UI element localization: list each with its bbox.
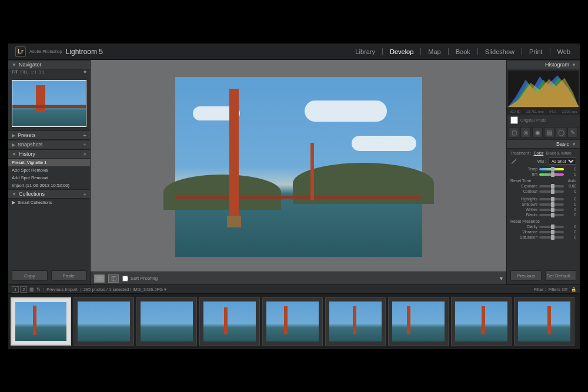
- shadows-value[interactable]: 0: [566, 202, 576, 206]
- paste-button[interactable]: Paste: [51, 270, 87, 281]
- filmstrip-thumb[interactable]: [451, 297, 512, 346]
- add-icon[interactable]: +: [83, 142, 86, 148]
- wb-row: WB : As Shot: [510, 158, 576, 165]
- vibrance-value[interactable]: 0: [566, 230, 576, 234]
- filmstrip[interactable]: [8, 294, 580, 349]
- loupe-view-button[interactable]: ▭: [94, 274, 105, 283]
- exposure-slider[interactable]: [539, 185, 564, 187]
- clarity-value[interactable]: 0: [566, 225, 576, 229]
- clarity-slider[interactable]: [539, 226, 564, 228]
- shadows-slider[interactable]: [539, 203, 564, 206]
- before-after-button[interactable]: ◫: [108, 274, 119, 283]
- add-icon[interactable]: +: [83, 132, 86, 139]
- whites-value[interactable]: 0: [566, 207, 576, 212]
- original-photo-toggle[interactable]: Original Photo: [507, 115, 580, 125]
- copy-button[interactable]: Copy: [12, 270, 48, 281]
- history-item[interactable]: Import (11-06-2013 10:52:00): [8, 182, 90, 189]
- basic-header[interactable]: Basic ▼: [507, 139, 580, 149]
- brush-tool[interactable]: ✎: [567, 127, 578, 138]
- presets-header[interactable]: ▶ Presets +: [8, 130, 90, 140]
- source-label[interactable]: Previous Import: [46, 287, 78, 292]
- contrast-value[interactable]: 0: [566, 189, 576, 193]
- add-icon[interactable]: +: [83, 191, 86, 197]
- histogram-display[interactable]: [508, 71, 579, 107]
- zoom-fill[interactable]: FILL: [21, 70, 29, 74]
- exposure-value[interactable]: 0.00: [566, 184, 576, 188]
- soft-proofing-toggle[interactable]: Soft Proofing: [122, 276, 158, 282]
- history-header[interactable]: ▼ History ×: [8, 149, 90, 159]
- lock-icon[interactable]: 🔒: [571, 287, 576, 292]
- blacks-slider[interactable]: [539, 214, 564, 216]
- reset-tone-button[interactable]: Reset Tone: [510, 179, 531, 183]
- dropdown-icon[interactable]: ▾: [164, 287, 166, 292]
- view-mode-1[interactable]: 1: [12, 286, 19, 293]
- navigator-preview[interactable]: [8, 76, 90, 130]
- filmstrip-thumb[interactable]: [136, 297, 197, 346]
- reset-presence-button[interactable]: Reset Presence: [510, 219, 540, 223]
- set-default-button[interactable]: Set Default…: [545, 270, 576, 281]
- module-book[interactable]: Book: [453, 47, 473, 56]
- module-web[interactable]: Web: [555, 47, 573, 56]
- radial-tool[interactable]: ◯: [556, 127, 566, 138]
- snapshots-header[interactable]: ▶ Snapshots +: [8, 140, 90, 149]
- saturation-value[interactable]: 0: [566, 235, 576, 239]
- grid-icon[interactable]: ▦: [29, 287, 34, 292]
- module-develop[interactable]: Develop: [387, 47, 416, 56]
- navigator-thumbnail[interactable]: [12, 80, 86, 127]
- redeye-tool[interactable]: ◉: [532, 127, 543, 138]
- wb-select[interactable]: As Shot: [549, 158, 576, 165]
- filmstrip-thumb[interactable]: [514, 297, 574, 346]
- eyedropper-icon[interactable]: [510, 158, 517, 165]
- tint-slider[interactable]: [539, 173, 564, 176]
- spot-tool[interactable]: ◎: [520, 127, 531, 138]
- soft-proofing-checkbox[interactable]: [122, 276, 128, 282]
- filmstrip-thumb[interactable]: [11, 297, 71, 346]
- zoom-fit[interactable]: FIT: [12, 70, 18, 74]
- blacks-value[interactable]: 0: [566, 213, 576, 217]
- gradient-tool[interactable]: ▤: [544, 127, 554, 138]
- zoom-menu-icon[interactable]: ◆: [83, 69, 86, 74]
- vibrance-slider[interactable]: [539, 231, 564, 233]
- highlights-slider[interactable]: [539, 198, 564, 200]
- collections-header[interactable]: ▼ Collections +: [8, 189, 90, 199]
- crop-tool[interactable]: ▢: [509, 127, 519, 138]
- original-checkbox[interactable]: [510, 116, 518, 124]
- temp-value[interactable]: 0: [566, 167, 576, 171]
- filter-value[interactable]: Filters Off: [549, 287, 567, 292]
- history-item[interactable]: Add Spot Removal: [8, 166, 90, 174]
- zoom-3-1[interactable]: 3:1: [39, 70, 45, 74]
- zoom-1-1[interactable]: 1:1: [31, 70, 37, 74]
- filmstrip-thumb[interactable]: [74, 297, 134, 346]
- main-photo[interactable]: [175, 77, 422, 257]
- toolbar-menu-icon[interactable]: ▾: [500, 275, 503, 282]
- clear-icon[interactable]: ×: [83, 151, 86, 158]
- history-item[interactable]: Add Spot Removal: [8, 174, 90, 182]
- temp-slider[interactable]: [539, 168, 564, 170]
- title-bar: Lr Adobe Photoshop Lightroom 5 Library D…: [8, 43, 580, 60]
- module-map[interactable]: Map: [426, 47, 443, 56]
- saturation-slider[interactable]: [539, 236, 564, 239]
- sort-icon[interactable]: ⇅: [36, 287, 41, 292]
- whites-slider[interactable]: [539, 209, 564, 211]
- view-mode-2[interactable]: 2: [20, 286, 27, 293]
- module-print[interactable]: Print: [527, 47, 545, 56]
- filmstrip-thumb[interactable]: [262, 297, 323, 346]
- history-item[interactable]: Preset: Vignette 1: [8, 159, 90, 166]
- treatment-bw[interactable]: Black & White: [546, 151, 572, 155]
- highlights-value[interactable]: 0: [566, 197, 576, 201]
- filmstrip-thumb[interactable]: [388, 297, 449, 346]
- tint-value[interactable]: 0: [566, 172, 576, 176]
- filmstrip-thumb[interactable]: [325, 297, 386, 346]
- module-slideshow[interactable]: Slideshow: [483, 47, 517, 56]
- auto-tone-button[interactable]: Auto: [568, 179, 576, 183]
- module-library[interactable]: Library: [353, 47, 377, 56]
- collection-item[interactable]: ▶ Smart Collections: [8, 199, 90, 206]
- previous-button[interactable]: Previous: [510, 270, 542, 281]
- treatment-color[interactable]: Color: [534, 151, 544, 155]
- navigator-zoom-row: FIT FILL 1:1 3:1 ◆: [8, 69, 90, 76]
- contrast-slider[interactable]: [539, 190, 564, 193]
- histogram-header[interactable]: Histogram ▼: [507, 60, 580, 69]
- collections-title: Collections: [19, 191, 45, 197]
- navigator-header[interactable]: ▼ Navigator: [8, 60, 90, 69]
- filmstrip-thumb[interactable]: [199, 297, 260, 346]
